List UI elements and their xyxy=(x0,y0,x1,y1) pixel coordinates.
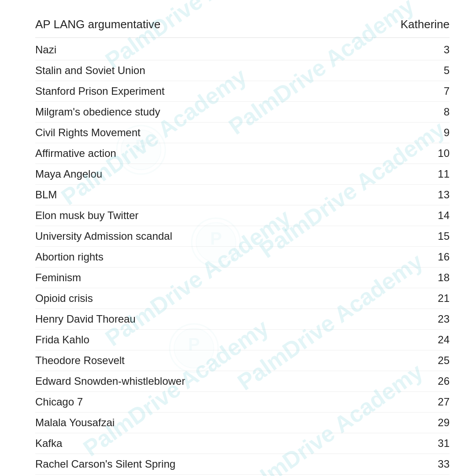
table-row: Opioid crisis21 xyxy=(35,288,450,309)
table-row: Henry David Thoreau23 xyxy=(35,309,450,330)
row-number: 9 xyxy=(432,126,450,139)
row-number: 23 xyxy=(432,313,450,325)
table-row: Edward Snowden-whistleblower26 xyxy=(35,371,450,392)
table-row: Chicago 727 xyxy=(35,392,450,413)
row-number: 13 xyxy=(432,189,450,201)
row-number: 18 xyxy=(432,271,450,284)
row-number: 8 xyxy=(432,106,450,118)
table-row: Abortion rights16 xyxy=(35,247,450,268)
table: AP LANG argumentative Katherine Nazi3Sta… xyxy=(35,13,450,476)
row-number: 7 xyxy=(432,85,450,97)
row-topic: Chicago 7 xyxy=(35,396,83,408)
table-row: Frida Kahlo24 xyxy=(35,330,450,350)
row-topic: Opioid crisis xyxy=(35,292,93,305)
table-row: Theodore Rosevelt25 xyxy=(35,350,450,371)
row-number: 33 xyxy=(432,458,450,470)
table-row: Stanford Prison Experiment7 xyxy=(35,81,450,102)
table-header-column: Katherine xyxy=(401,18,450,31)
row-topic: Civil Rights Movement xyxy=(35,126,141,139)
row-number: 27 xyxy=(432,396,450,408)
row-number: 3 xyxy=(432,44,450,56)
row-number: 21 xyxy=(432,292,450,305)
row-topic: Malala Yousafzai xyxy=(35,416,115,429)
table-row: University Admission scandal15 xyxy=(35,226,450,247)
row-topic: Stanford Prison Experiment xyxy=(35,85,164,97)
table-row: Rachel Carson's Silent Spring33 xyxy=(35,454,450,475)
table-row: BLM13 xyxy=(35,185,450,205)
row-number: 25 xyxy=(432,354,450,367)
table-header: AP LANG argumentative Katherine xyxy=(35,13,450,38)
table-row: Maya Angelou11 xyxy=(35,164,450,185)
row-number: 29 xyxy=(432,416,450,429)
row-topic: Henry David Thoreau xyxy=(35,313,136,325)
table-row: Nazi3 xyxy=(35,40,450,60)
row-topic: Edward Snowden-whistleblower xyxy=(35,375,185,387)
row-number: 26 xyxy=(432,375,450,387)
row-topic: Elon musk buy Twitter xyxy=(35,209,138,222)
row-number: 31 xyxy=(432,437,450,450)
table-body: Nazi3Stalin and Soviet Union5Stanford Pr… xyxy=(35,40,450,476)
main-content: AP LANG argumentative Katherine Nazi3Sta… xyxy=(0,0,476,476)
row-topic: Feminism xyxy=(35,271,81,284)
row-number: 15 xyxy=(432,230,450,242)
row-number: 10 xyxy=(432,147,450,160)
row-number: 5 xyxy=(432,64,450,77)
row-topic: Rachel Carson's Silent Spring xyxy=(35,458,175,470)
row-topic: Maya Angelou xyxy=(35,168,102,180)
table-row: Affirmative action10 xyxy=(35,143,450,164)
row-topic: Milgram's obedience study xyxy=(35,106,160,118)
row-topic: Theodore Rosevelt xyxy=(35,354,125,367)
row-topic: University Admission scandal xyxy=(35,230,172,242)
table-row: Kafka31 xyxy=(35,433,450,454)
row-topic: Abortion rights xyxy=(35,251,104,263)
row-topic: BLM xyxy=(35,189,57,201)
table-row: Stalin and Soviet Union5 xyxy=(35,60,450,81)
table-row: Elon musk buy Twitter14 xyxy=(35,205,450,226)
row-number: 14 xyxy=(432,209,450,222)
table-header-title: AP LANG argumentative xyxy=(35,18,160,31)
row-number: 16 xyxy=(432,251,450,263)
row-number: 24 xyxy=(432,334,450,346)
row-topic: Stalin and Soviet Union xyxy=(35,64,145,77)
row-topic: Frida Kahlo xyxy=(35,334,89,346)
row-topic: Affirmative action xyxy=(35,147,116,160)
table-row: Malala Yousafzai29 xyxy=(35,413,450,433)
table-row: Feminism18 xyxy=(35,268,450,288)
table-row: Civil Rights Movement9 xyxy=(35,123,450,143)
table-row: Milgram's obedience study8 xyxy=(35,102,450,123)
row-topic: Nazi xyxy=(35,44,56,56)
row-topic: Kafka xyxy=(35,437,62,450)
row-number: 11 xyxy=(432,168,450,180)
